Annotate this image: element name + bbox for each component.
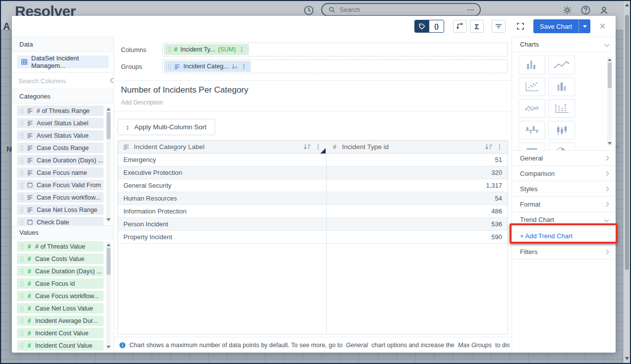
drag-handle-icon bbox=[20, 244, 23, 249]
dataset-label: DataSet Incident Managem... bbox=[31, 54, 105, 69]
text-lines-icon bbox=[27, 120, 33, 126]
category-item[interactable]: Asset Status Label bbox=[17, 118, 104, 128]
pill-menu-icon[interactable]: ⋮ bbox=[241, 63, 247, 70]
value-item[interactable]: #Case Costs Value bbox=[17, 254, 104, 264]
section-general[interactable]: General bbox=[512, 150, 616, 165]
chart-type-waterfall[interactable] bbox=[518, 121, 545, 140]
value-item[interactable]: #Case Net Loss Value bbox=[17, 303, 104, 313]
sort-icon[interactable] bbox=[485, 144, 493, 150]
category-item[interactable]: Case Costs Range bbox=[17, 143, 104, 153]
filter-button[interactable] bbox=[492, 20, 506, 33]
category-item[interactable]: Case Focus name bbox=[17, 167, 104, 178]
value-item[interactable]: #Incident Cost Value bbox=[17, 328, 104, 338]
section-comparison[interactable]: Comparison bbox=[512, 165, 616, 181]
dot-column-chart-icon bbox=[553, 102, 571, 115]
drag-handle-icon bbox=[20, 158, 23, 163]
category-item[interactable]: Case Focus workflow... bbox=[17, 192, 104, 203]
category-item[interactable]: Case Net Loss Range bbox=[17, 205, 104, 215]
value-item[interactable]: #Case Duration (Days) ... bbox=[17, 266, 104, 276]
page-scrollbar[interactable] bbox=[623, 1, 630, 363]
drag-handle-icon bbox=[20, 208, 23, 212]
label-view-toggle-button[interactable] bbox=[415, 20, 429, 32]
charts-section-header[interactable]: Charts bbox=[512, 37, 616, 52]
chart-options-pane: Charts General bbox=[512, 37, 616, 353]
chart-type-pie[interactable] bbox=[548, 143, 575, 150]
scrollbar-down-arrow[interactable] bbox=[625, 357, 629, 360]
groups-pill-label: Incident Categ... bbox=[183, 63, 229, 70]
drag-handle-icon bbox=[20, 269, 23, 274]
transpose-button[interactable] bbox=[453, 20, 467, 33]
chart-type-bar[interactable] bbox=[518, 55, 545, 74]
category-item[interactable]: Case Focus Valid From bbox=[17, 180, 104, 190]
pie-chart-icon bbox=[553, 146, 571, 150]
scrollbar-up-arrow[interactable] bbox=[625, 3, 629, 6]
label-code-toggle[interactable]: {} bbox=[414, 20, 444, 33]
fullscreen-button[interactable] bbox=[514, 20, 527, 33]
column-resize-handle-icon[interactable] bbox=[320, 148, 326, 154]
chart-type-dot-column[interactable] bbox=[548, 99, 575, 118]
table-header-type-id[interactable]: # Incident Type id ⋮ bbox=[326, 141, 508, 153]
chart-type-scatter[interactable] bbox=[518, 77, 545, 96]
pill-menu-icon[interactable]: ⋮ bbox=[239, 46, 245, 53]
value-item[interactable]: #Incident Count Value bbox=[17, 340, 104, 351]
columns-dropzone[interactable]: # Incident Ty... (SUM) ⋮ bbox=[162, 43, 508, 56]
aggregate-badge: (SUM) bbox=[218, 46, 236, 53]
number-hash-icon: # bbox=[27, 268, 32, 275]
drag-handle-icon bbox=[20, 331, 23, 336]
value-item[interactable]: ## of Threats Value bbox=[17, 241, 104, 252]
number-hash-icon: # bbox=[27, 280, 32, 287]
sort-az-icon[interactable] bbox=[231, 63, 238, 70]
category-item[interactable]: Asset Status Value bbox=[17, 130, 104, 141]
category-item[interactable]: Case Duration (Days) ... bbox=[17, 155, 104, 165]
chart-title[interactable]: Number of Incidents Per Category bbox=[121, 85, 248, 95]
chart-type-funnel[interactable] bbox=[518, 143, 545, 150]
close-modal-button[interactable]: × bbox=[599, 21, 606, 32]
chevron-right-icon bbox=[604, 156, 609, 160]
aggregate-button[interactable]: Σ bbox=[470, 20, 484, 33]
chart-type-column[interactable] bbox=[548, 77, 575, 96]
groups-pill[interactable]: Incident Categ... ⋮ bbox=[164, 61, 251, 72]
groups-dropzone[interactable]: Incident Categ... ⋮ bbox=[162, 59, 508, 73]
drag-handle-icon bbox=[20, 170, 23, 175]
section-styles[interactable]: Styles bbox=[512, 181, 616, 196]
add-description-placeholder[interactable]: Add Description bbox=[121, 99, 163, 106]
column-divider[interactable] bbox=[326, 141, 327, 334]
chart-type-candlestick[interactable] bbox=[548, 121, 575, 140]
code-view-toggle-button[interactable]: {} bbox=[429, 20, 444, 32]
value-item[interactable]: #Incident Average Dur... bbox=[17, 315, 104, 326]
categories-scrollbar[interactable] bbox=[106, 106, 111, 222]
scrollbar-thumb[interactable] bbox=[625, 15, 629, 270]
up-down-arrow-icon: ↕ bbox=[126, 123, 129, 131]
number-hash-icon: # bbox=[174, 46, 177, 53]
search-columns-input[interactable] bbox=[18, 77, 106, 85]
section-format[interactable]: Format bbox=[512, 196, 616, 211]
sort-icon[interactable] bbox=[303, 144, 311, 150]
apply-multi-column-sort-button[interactable]: ↕ Apply Multi-Column Sort bbox=[117, 119, 215, 135]
columns-pill[interactable]: # Incident Ty... (SUM) ⋮ bbox=[164, 44, 249, 55]
add-trend-chart-link[interactable]: + Add Trend Chart bbox=[512, 227, 616, 244]
drag-handle-icon bbox=[20, 318, 23, 323]
category-item[interactable]: # of Threats Range bbox=[17, 105, 104, 116]
builder-main-pane: Columns # Incident Ty... (SUM) ⋮ Groups bbox=[114, 37, 512, 353]
modal-toolbar: {} Σ Save Chart × bbox=[12, 16, 616, 37]
section-filters[interactable]: Filters bbox=[512, 244, 616, 260]
table-row: Person Incident536 bbox=[118, 218, 508, 231]
section-trend-chart[interactable]: Trend Chart bbox=[512, 211, 616, 227]
text-lines-icon bbox=[27, 194, 33, 201]
dataset-row-wrap: DataSet Incident Managem... bbox=[12, 52, 114, 73]
chart-type-area-line[interactable] bbox=[518, 99, 545, 118]
columns-label: Columns bbox=[114, 46, 162, 53]
values-scrollbar[interactable] bbox=[106, 242, 111, 350]
table-header-category[interactable]: Incident Category Label ⋮ bbox=[118, 141, 326, 153]
chart-grid-scrollbar[interactable] bbox=[607, 57, 612, 146]
value-item[interactable]: #Case Focus id bbox=[17, 278, 104, 289]
save-chart-button[interactable]: Save Chart bbox=[533, 19, 590, 33]
value-item[interactable]: #Case Focus workflow... bbox=[17, 291, 104, 301]
column-menu-icon[interactable]: ⋮ bbox=[497, 144, 503, 151]
chart-type-line[interactable] bbox=[548, 55, 575, 74]
save-chart-dropdown[interactable] bbox=[578, 19, 590, 33]
category-item[interactable]: Check Date bbox=[17, 217, 104, 225]
table-header-row: Incident Category Label ⋮ # Incident Typ… bbox=[118, 141, 508, 154]
dataset-item[interactable]: DataSet Incident Managem... bbox=[17, 55, 109, 68]
app-window: Resolver ⋯ A N » > {} Σ bbox=[0, 0, 631, 364]
